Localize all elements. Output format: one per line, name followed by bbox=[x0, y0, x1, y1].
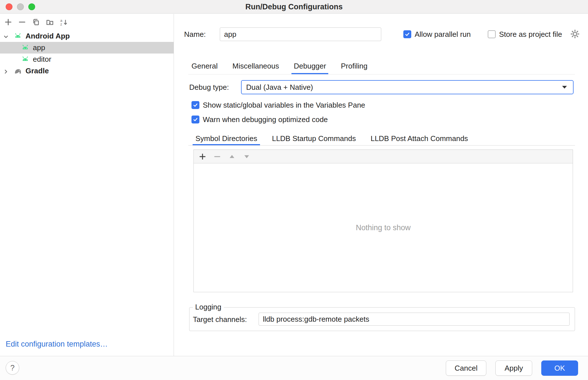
window-title: Run/Debug Configurations bbox=[0, 0, 588, 14]
copy-icon bbox=[32, 18, 40, 26]
help-button[interactable]: ? bbox=[6, 361, 19, 375]
target-channels-label: Target channels: bbox=[193, 313, 247, 326]
table-move-down-button[interactable] bbox=[242, 152, 251, 161]
tree-item-gradle[interactable]: Gradle bbox=[0, 65, 174, 77]
symbol-directories-table: Nothing to show bbox=[193, 150, 573, 292]
checkmark-icon bbox=[404, 31, 410, 37]
allow-parallel-run-checkbox[interactable] bbox=[403, 30, 411, 38]
chevron-right-icon[interactable] bbox=[3, 68, 9, 74]
tab-general[interactable]: General bbox=[189, 59, 220, 74]
edit-configuration-templates-link[interactable]: Edit configuration templates… bbox=[6, 340, 108, 349]
sidebar: a z bbox=[0, 14, 174, 356]
android-icon bbox=[21, 44, 29, 52]
tab-lldb-post-attach-commands[interactable]: LLDB Post Attach Commands bbox=[368, 133, 471, 145]
sort-alphabetically-icon: a z bbox=[60, 18, 68, 26]
svg-text:z: z bbox=[60, 22, 62, 26]
android-icon bbox=[14, 32, 22, 40]
store-as-project-file-checkbox[interactable] bbox=[488, 30, 496, 38]
name-input[interactable] bbox=[220, 27, 381, 41]
table-toolbar bbox=[194, 150, 573, 163]
run-debug-configurations-dialog: Run/Debug Configurations bbox=[0, 0, 588, 380]
add-configuration-button[interactable] bbox=[4, 18, 12, 26]
subtabs-divider bbox=[188, 145, 575, 146]
nothing-to-show-text: Nothing to show bbox=[356, 223, 411, 232]
new-folder-button[interactable] bbox=[46, 18, 54, 26]
tree-item-android-app[interactable]: Android App bbox=[0, 30, 174, 42]
table-move-up-button[interactable] bbox=[228, 152, 236, 161]
sidebar-toolbar: a z bbox=[0, 14, 174, 30]
table-remove-button[interactable] bbox=[213, 152, 221, 161]
remove-configuration-button[interactable] bbox=[18, 18, 26, 26]
question-mark-icon: ? bbox=[10, 364, 14, 372]
tab-symbol-directories[interactable]: Symbol Directories bbox=[193, 133, 260, 145]
footer-buttons: Cancel Apply OK bbox=[446, 360, 578, 376]
warn-optimized-code-option: Warn when debugging optimized code bbox=[191, 115, 328, 124]
warn-optimized-code-label: Warn when debugging optimized code bbox=[203, 115, 328, 124]
cancel-button[interactable]: Cancel bbox=[446, 360, 486, 376]
checkmark-icon bbox=[193, 117, 198, 122]
apply-button[interactable]: Apply bbox=[495, 360, 532, 376]
logging-group: Logging Target channels: bbox=[189, 307, 575, 331]
allow-parallel-run-label: Allow parallel run bbox=[415, 30, 471, 38]
config-tabs: General Miscellaneous Debugger Profiling bbox=[189, 59, 370, 74]
footer: ? Cancel Apply OK bbox=[0, 356, 588, 380]
copy-configuration-button[interactable] bbox=[32, 18, 40, 26]
table-add-button[interactable] bbox=[198, 152, 207, 161]
chevron-down-icon bbox=[562, 86, 567, 89]
tree-item-label: editor bbox=[33, 55, 51, 64]
chevron-down-icon[interactable] bbox=[3, 33, 9, 39]
triangle-up-icon bbox=[228, 153, 236, 160]
show-static-variables-option: Show static/global variables in the Vari… bbox=[191, 100, 365, 110]
lldb-subtabs: Symbol Directories LLDB Startup Commands… bbox=[193, 133, 471, 145]
new-folder-icon bbox=[46, 18, 54, 26]
checkmark-icon bbox=[193, 102, 198, 108]
logging-group-label: Logging bbox=[193, 303, 224, 311]
tree-item-label: app bbox=[33, 43, 45, 52]
show-static-variables-label: Show static/global variables in the Vari… bbox=[203, 100, 365, 110]
tabs-divider bbox=[188, 74, 575, 74]
target-channels-input[interactable] bbox=[259, 313, 570, 326]
ok-button[interactable]: OK bbox=[541, 360, 578, 376]
tab-lldb-startup-commands[interactable]: LLDB Startup Commands bbox=[269, 133, 359, 145]
add-icon bbox=[4, 18, 12, 26]
configuration-tree: Android App app bbox=[0, 30, 174, 77]
tree-item-label: Gradle bbox=[25, 67, 49, 75]
sort-configurations-button[interactable]: a z bbox=[59, 18, 68, 26]
store-settings-button[interactable] bbox=[570, 29, 580, 39]
remove-icon bbox=[18, 18, 26, 26]
warn-optimized-code-checkbox[interactable] bbox=[191, 116, 199, 123]
tree-item-app[interactable]: app bbox=[0, 42, 174, 54]
remove-icon bbox=[214, 153, 221, 160]
tab-miscellaneous[interactable]: Miscellaneous bbox=[230, 59, 282, 74]
tab-profiling[interactable]: Profiling bbox=[338, 59, 370, 74]
debug-type-label: Debug type: bbox=[189, 80, 229, 94]
tab-debugger[interactable]: Debugger bbox=[291, 59, 328, 74]
main-panel: Name: Allow parallel run Store as projec… bbox=[174, 14, 588, 356]
table-empty-area: Nothing to show bbox=[194, 163, 573, 292]
gear-icon bbox=[570, 29, 580, 39]
name-label: Name: bbox=[184, 27, 206, 41]
titlebar: Run/Debug Configurations bbox=[0, 0, 588, 14]
debug-type-value: Dual (Java + Native) bbox=[246, 83, 562, 92]
tree-item-editor[interactable]: editor bbox=[0, 54, 174, 65]
triangle-down-icon bbox=[243, 153, 250, 160]
android-icon bbox=[21, 55, 29, 64]
show-static-variables-checkbox[interactable] bbox=[191, 101, 199, 109]
gradle-icon bbox=[14, 67, 22, 75]
debug-type-dropdown[interactable]: Dual (Java + Native) bbox=[241, 80, 574, 94]
tree-item-label: Android App bbox=[25, 32, 70, 40]
add-icon bbox=[199, 153, 206, 160]
store-as-project-file-label: Store as project file bbox=[499, 30, 562, 38]
